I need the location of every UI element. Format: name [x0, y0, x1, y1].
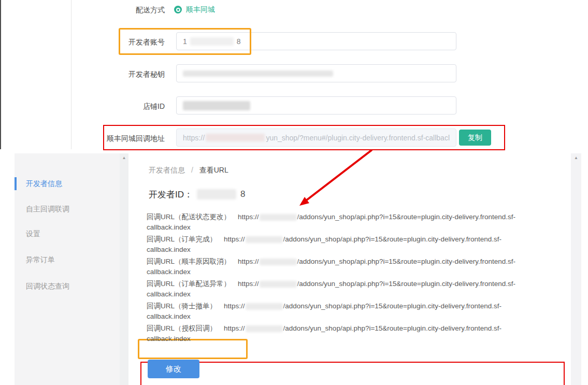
- breadcrumb-parent[interactable]: 开发者信息: [149, 166, 185, 174]
- red-highlight-box-url-list: [140, 362, 565, 385]
- sidebar-item-callback-status[interactable]: 回调状态查询: [26, 281, 69, 291]
- sidebar-item-settings[interactable]: 设置: [26, 229, 40, 239]
- radio-dot: [177, 9, 179, 11]
- callback-url-path: yun_shop/?menu#/plugin.city-delivery.fro…: [266, 134, 450, 142]
- url-scheme: https://: [224, 324, 245, 332]
- sf-callback-address-label: 顺丰同城回调地址: [73, 134, 165, 143]
- account-value-prefix: 1: [183, 37, 187, 46]
- callback-url-label: 回调URL（顺丰原因取消）: [147, 258, 231, 265]
- url-scheme: https://: [224, 235, 245, 243]
- redacted-domain: [246, 303, 283, 310]
- redacted-domain: [246, 236, 283, 243]
- redacted-shop-id-value: [183, 101, 250, 110]
- redacted-developer-id: [197, 189, 236, 199]
- url-path-line2: callback.index: [147, 334, 558, 344]
- redacted-callback-domain: [206, 134, 265, 141]
- developer-account-input[interactable]: 1 8: [176, 32, 456, 50]
- developer-id-label: 开发者ID：: [149, 189, 193, 201]
- sidebar-item-developer-info[interactable]: 开发者信息: [26, 178, 62, 189]
- url-scheme: https://: [238, 280, 259, 288]
- callback-url-list: 回调URL（配送状态更改）https:///addons/yun_shop/ap…: [140, 208, 563, 341]
- breadcrumb: 开发者信息 / 查看URL: [149, 166, 228, 175]
- url-path-line2: callback.index: [147, 267, 558, 277]
- developer-secret-label: 开发者秘钥: [73, 69, 165, 79]
- url-path-line1: /addons/yun_shop/api.php?i=15&route=plug…: [297, 258, 516, 265]
- url-scheme: https://: [238, 213, 259, 221]
- url-path-line1: /addons/yun_shop/api.php?i=15&route=plug…: [283, 235, 502, 243]
- window-left-edge: [0, 0, 1, 149]
- account-value-suffix: 8: [237, 37, 241, 46]
- breadcrumb-current: 查看URL: [199, 166, 228, 174]
- callback-url-row: 回调URL（配送状态更改）https:///addons/yun_shop/ap…: [147, 212, 558, 233]
- developer-id-suffix: 8: [240, 189, 245, 199]
- callback-url-row: 回调URL（骑士撤单）https:///addons/yun_shop/api.…: [147, 301, 558, 322]
- developer-account-label: 开发者账号: [73, 37, 165, 47]
- redacted-domain: [260, 281, 297, 288]
- shop-id-input[interactable]: [176, 96, 456, 115]
- url-scheme: https://: [224, 302, 245, 310]
- delivery-settings-form: 配送方式 顺丰同城 开发者账号 1 8 开发者秘钥 店铺ID 顺丰同城回调地址 …: [0, 0, 588, 153]
- developer-secret-input[interactable]: [176, 64, 456, 82]
- url-path-line1: /addons/yun_shop/api.php?i=15&route=plug…: [283, 302, 502, 310]
- scroll-up-icon[interactable]: ▲: [571, 155, 581, 160]
- scroll-up-icon[interactable]: ▲: [120, 155, 128, 160]
- page-scrollbar[interactable]: ▲: [571, 153, 581, 385]
- panel-divider: [71, 0, 71, 149]
- redacted-domain: [260, 259, 297, 265]
- developer-id-row: 开发者ID： 8: [149, 188, 245, 201]
- url-path-line1: /addons/yun_shop/api.php?i=15&route=plug…: [297, 280, 516, 288]
- redacted-account-value: [190, 37, 234, 46]
- url-path-line1: /addons/yun_shop/api.php?i=15&route=plug…: [283, 324, 502, 332]
- developer-info-page: ▲ 开发者信息 自主回调联调 设置 异常订单 回调状态查询 开发者信息 / 查看…: [0, 153, 588, 385]
- callback-url-row: 回调URL（订单完成）https:///addons/yun_shop/api.…: [147, 234, 558, 255]
- url-path-line2: callback.index: [147, 222, 558, 233]
- delivery-option-sf-city[interactable]: 顺丰同城: [186, 5, 215, 15]
- callback-url-label: 回调URL（订单完成）: [147, 235, 217, 243]
- modify-button[interactable]: 修改: [148, 360, 199, 378]
- delivery-method-label: 配送方式: [73, 5, 165, 15]
- radio-selected-icon[interactable]: [174, 6, 182, 13]
- callback-url-row: 回调URL（授权回调）https:///addons/yun_shop/api.…: [147, 323, 558, 344]
- callback-url-row: 回调URL（顺丰原因取消）https:///addons/yun_shop/ap…: [147, 256, 558, 277]
- sidebar-scrollbar[interactable]: ▲: [120, 153, 128, 385]
- sidebar-item-self-callback-debug[interactable]: 自主回调联调: [26, 204, 69, 214]
- callback-url-label: 回调URL（配送状态更改）: [147, 213, 231, 221]
- copy-button[interactable]: 复制: [459, 130, 491, 146]
- url-path-line1: /addons/yun_shop/api.php?i=15&route=plug…: [297, 213, 516, 221]
- callback-url-label: 回调URL（授权回调）: [147, 324, 217, 332]
- redacted-domain: [260, 214, 297, 221]
- url-path-line2: callback.index: [147, 311, 558, 322]
- callback-url-label: 回调URL（骑士撤单）: [147, 302, 217, 310]
- sf-callback-address-input[interactable]: https:// yun_shop/?menu#/plugin.city-del…: [176, 129, 456, 147]
- callback-url-label: 回调URL（订单配送异常）: [147, 280, 231, 288]
- redacted-secret-value: [183, 70, 333, 77]
- shop-id-label: 店铺ID: [73, 102, 165, 111]
- radio-inner-ring: [176, 8, 180, 12]
- callback-url-row: 回调URL（订单配送异常）https:///addons/yun_shop/ap…: [147, 279, 558, 300]
- sidebar-item-abnormal-orders[interactable]: 异常订单: [26, 254, 55, 265]
- url-path-line2: callback.index: [147, 289, 558, 300]
- sidebar-active-indicator: [15, 177, 17, 190]
- callback-url-scheme: https://: [183, 134, 205, 142]
- url-path-line2: callback.index: [147, 245, 558, 255]
- url-scheme: https://: [238, 258, 259, 265]
- breadcrumb-separator: /: [191, 166, 193, 174]
- redacted-domain: [246, 325, 283, 332]
